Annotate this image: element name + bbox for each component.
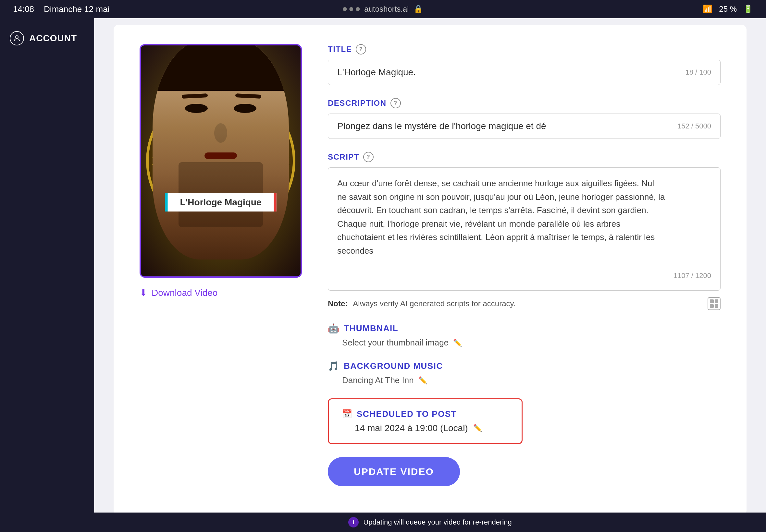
title-counter: 18 / 100: [685, 68, 711, 77]
time: 14:08: [13, 4, 34, 14]
note-row: Note: Always verify AI generated scripts…: [328, 297, 721, 310]
info-icon: i: [348, 517, 359, 527]
portrait-overlay: [141, 45, 300, 276]
content-grid: XII III VI IX: [140, 44, 721, 496]
thumbnail-icon: 🤖: [328, 323, 339, 334]
battery-icon: 🔋: [743, 5, 753, 14]
title-input[interactable]: L'Horloge Magique. 18 / 100: [328, 60, 721, 85]
video-preview: XII III VI IX: [140, 44, 302, 278]
wifi-icon: 📶: [703, 5, 712, 14]
bottom-note: Updating will queue your video for re-re…: [363, 518, 512, 526]
bg-music-edit-icon[interactable]: ✏️: [419, 376, 427, 385]
scheduled-box: 📅 SCHEDULED TO POST 14 mai 2024 à 19:00 …: [328, 398, 523, 444]
left-eye: [185, 104, 208, 113]
music-icon: 🎵: [328, 361, 339, 371]
bg-music-field-group: 🎵 BACKGROUND MUSIC Dancing At The Inn ✏️: [328, 361, 721, 385]
thumbnail-field-group: 🤖 THUMBNAIL Select your thumbnail image …: [328, 323, 721, 348]
day: Dimanche 12 mai: [44, 4, 109, 14]
thumbnail-edit-icon[interactable]: ✏️: [453, 339, 462, 347]
right-eye: [234, 104, 256, 113]
bg-music-value: Dancing At The Inn: [342, 375, 414, 385]
description-input[interactable]: Plongez dans le mystère de l'horloge mag…: [328, 114, 721, 139]
url-bar: autoshorts.ai: [364, 5, 409, 14]
download-video-link[interactable]: ⬇ Download Video: [140, 287, 302, 298]
script-value: Au cœur d'une forêt dense, se cachait un…: [337, 177, 711, 258]
calendar-icon: 📅: [342, 409, 352, 419]
thumbnail-value: Select your thumbnail image: [342, 338, 449, 348]
bg-music-value-row: Dancing At The Inn ✏️: [342, 375, 721, 385]
lock-icon: 🔒: [414, 5, 423, 14]
scheduled-title: SCHEDULED TO POST: [357, 409, 457, 419]
scheduled-edit-icon[interactable]: ✏️: [473, 424, 482, 432]
video-column: XII III VI IX: [140, 44, 302, 298]
description-value: Plongez dans le mystère de l'horloge mag…: [337, 121, 546, 131]
account-label: ACCOUNT: [29, 33, 77, 43]
script-counter: 1107 / 1200: [674, 270, 711, 281]
bottom-bar: i Updating will queue your video for re-…: [94, 513, 766, 532]
main-content: XII III VI IX: [94, 18, 766, 532]
download-icon: ⬇: [140, 287, 147, 298]
red-bar: [273, 193, 276, 212]
title-label: TITLE ?: [328, 44, 721, 54]
battery-text: 25 %: [719, 5, 737, 14]
sidebar: ACCOUNT: [0, 18, 94, 532]
svg-point-0: [16, 36, 18, 38]
hair: [152, 45, 289, 91]
script-textarea[interactable]: Au cœur d'une forêt dense, se cachait un…: [328, 167, 721, 291]
left-brow: [182, 93, 208, 99]
note-value: Always verify AI generated scripts for a…: [353, 299, 516, 308]
blue-bar: [165, 193, 168, 212]
update-video-button[interactable]: UPDATE VIDEO: [328, 457, 460, 486]
video-title-overlay: L'Horloge Magique: [165, 193, 276, 212]
grid-icon[interactable]: [708, 297, 721, 310]
bg-music-title: BACKGROUND MUSIC: [344, 361, 443, 371]
thumbnail-row: 🤖 THUMBNAIL: [328, 323, 721, 334]
thumbnail-value-row: Select your thumbnail image ✏️: [342, 338, 721, 348]
script-label: SCRIPT ?: [328, 152, 721, 162]
description-label: DESCRIPTION ?: [328, 98, 721, 108]
browser-dots: [343, 7, 359, 11]
bg-music-row: 🎵 BACKGROUND MUSIC: [328, 361, 721, 371]
thumbnail-title: THUMBNAIL: [344, 323, 398, 333]
account-icon: [10, 31, 24, 45]
note-label: Note:: [328, 299, 347, 308]
account-section[interactable]: ACCOUNT: [10, 31, 84, 45]
description-counter: 152 / 5000: [677, 122, 711, 130]
status-bar: 14:08 Dimanche 12 mai autoshorts.ai 🔒 📶 …: [0, 0, 766, 18]
script-help-icon[interactable]: ?: [363, 152, 373, 162]
title-value: L'Horloge Magique.: [337, 67, 416, 78]
form-column: TITLE ? L'Horloge Magique. 18 / 100 DESC…: [328, 44, 721, 496]
scheduled-date-value: 14 mai 2024 à 19:00 (Local): [355, 423, 468, 433]
description-field-group: DESCRIPTION ? Plongez dans le mystère de…: [328, 98, 721, 139]
overlay-title-text: L'Horloge Magique: [175, 197, 267, 208]
script-field-group: SCRIPT ? Au cœur d'une forêt dense, se c…: [328, 152, 721, 310]
mouth: [204, 152, 237, 159]
scheduled-date-row: 14 mai 2024 à 19:00 (Local) ✏️: [355, 423, 509, 433]
scheduled-header: 📅 SCHEDULED TO POST: [342, 409, 509, 419]
title-field-group: TITLE ? L'Horloge Magique. 18 / 100: [328, 44, 721, 85]
description-help-icon[interactable]: ?: [391, 98, 401, 108]
face-base: [152, 45, 289, 260]
nose: [214, 123, 227, 143]
content-card: XII III VI IX: [114, 25, 747, 515]
download-label: Download Video: [152, 288, 217, 298]
title-help-icon[interactable]: ?: [356, 44, 366, 54]
right-brow: [235, 93, 261, 99]
